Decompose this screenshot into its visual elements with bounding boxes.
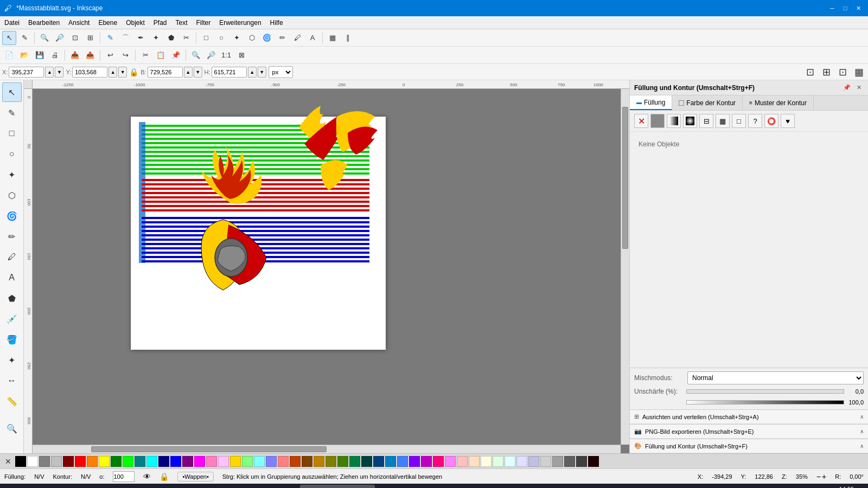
connector-tool[interactable]: ↔ — [2, 371, 22, 390]
canvas-area[interactable]: -1250 -1000 -750 -500 -250 0 250 500 750… — [24, 80, 629, 453]
opacity-bar2[interactable] — [686, 400, 844, 404]
canvas-content[interactable] — [33, 89, 629, 453]
color-swatch-008000[interactable] — [111, 456, 122, 467]
color-swatch-c08000[interactable] — [314, 456, 324, 467]
fuellung-kontur-header[interactable]: 🎨 Füllung und Kontur (Umschalt+Strg+F) ∧ — [630, 439, 868, 453]
taskbar-skype[interactable]: S Skype — [72, 485, 106, 488]
color-swatch-ff0000[interactable] — [75, 456, 86, 467]
y-up-button[interactable]: ▲ — [108, 67, 117, 78]
undo-button[interactable]: ↩ — [103, 48, 117, 62]
zoom-fit-button[interactable]: ⊡ — [68, 31, 82, 45]
fill-heart-button[interactable]: ♥ — [781, 114, 795, 128]
fill-none-button[interactable]: ✕ — [634, 114, 648, 128]
taskbar-chrome[interactable]: 🌐 — [108, 485, 126, 488]
color-swatch-ffffff[interactable] — [27, 456, 38, 467]
color-swatch-0000ff[interactable] — [170, 456, 181, 467]
color-swatch-ffe0c0[interactable] — [469, 456, 480, 467]
y-input[interactable] — [72, 67, 107, 78]
color-swatch-0080c0[interactable] — [385, 456, 396, 467]
open-button[interactable]: 📂 — [17, 48, 31, 62]
color-swatch-8080ff[interactable] — [266, 456, 277, 467]
png-header[interactable]: 📷 PNG-Bild exportieren (Umschalt+Strg+E)… — [630, 425, 868, 439]
rect-tool-button[interactable]: □ — [199, 31, 213, 45]
scrollbar-thumb-v[interactable] — [622, 107, 628, 249]
fill-unset-button[interactable]: ⭕ — [764, 114, 778, 128]
scrollbar-vertical[interactable] — [621, 89, 629, 445]
fill-radial-button[interactable] — [683, 114, 697, 128]
color-swatch-ff80c0[interactable] — [206, 456, 217, 467]
color-swatch-004040[interactable] — [361, 456, 372, 467]
color-swatch-000000[interactable] — [15, 456, 26, 467]
color-swatch-c0c0c0[interactable] — [51, 456, 62, 467]
tab-fuellung[interactable]: ▬ Füllung — [630, 95, 672, 110]
3d-box-tool[interactable]: ⬡ — [2, 185, 22, 205]
b-down-button[interactable]: ▼ — [194, 67, 202, 78]
color-swatch-808000[interactable] — [326, 456, 336, 467]
copy-button[interactable]: 📋 — [154, 48, 168, 62]
zoom-fit2-button[interactable]: ⊠ — [234, 48, 248, 62]
color-swatch-00ffff[interactable] — [146, 456, 157, 467]
color-swatch-408000[interactable] — [337, 456, 348, 467]
color-swatch-c04000[interactable] — [290, 456, 301, 467]
callig-tool2[interactable]: 🖊 — [2, 247, 22, 267]
paint-bucket-tool[interactable]: 🪣 — [2, 330, 22, 349]
taskbar-wapzinn[interactable]: ✏ WapZinn.svg - Inks... — [224, 485, 298, 488]
color-swatch-404040[interactable] — [576, 456, 587, 467]
zoom-out2-button[interactable]: 🔎 — [204, 48, 218, 62]
export-button[interactable]: 📤 — [83, 48, 97, 62]
zoom-100-button[interactable]: 1:1 — [219, 48, 233, 62]
color-swatch-ff0080[interactable] — [433, 456, 444, 467]
menu-ebene[interactable]: Ebene — [94, 18, 122, 28]
color-swatch-606060[interactable] — [564, 456, 575, 467]
color-swatch-a0a0a0[interactable] — [552, 456, 563, 467]
menu-text[interactable]: Text — [171, 18, 192, 28]
measure-tool[interactable]: 📏 — [2, 391, 22, 411]
fill-flat-button[interactable] — [650, 114, 665, 128]
node-edit-button[interactable]: ✎ — [103, 31, 117, 45]
taskbar-pin[interactable]: 📌 — [129, 485, 147, 488]
color-swatch-ff00ff[interactable] — [194, 456, 205, 467]
menu-datei[interactable]: Datei — [0, 18, 24, 28]
taskbar-halbseit[interactable]: ✏ HalbSeitStech2.svg ... — [377, 485, 454, 488]
pencil-tool-button[interactable]: ✏ — [275, 31, 289, 45]
color-swatch-00ff00[interactable] — [123, 456, 133, 467]
color-swatch-800000[interactable] — [63, 456, 74, 467]
color-swatch-000080[interactable] — [158, 456, 169, 467]
taskbar-helmdeck[interactable]: ✏ HelmDeck.svg - Ink... — [456, 485, 531, 488]
text-tool-button[interactable]: A — [305, 31, 320, 45]
node-tool[interactable]: ✎ — [2, 103, 22, 123]
print-button[interactable]: 🖨 — [48, 48, 62, 62]
palette-none-button[interactable]: ✕ — [2, 455, 14, 467]
taskbar-massstab[interactable]: ✏ *Massstabblatt.svg ... — [300, 485, 375, 488]
panel-pin-button[interactable]: 📌 — [842, 83, 852, 93]
star-tool[interactable]: ✦ — [2, 165, 22, 184]
spray-tool-button[interactable]: ✦ — [149, 31, 163, 45]
color-swatch-c000c0[interactable] — [421, 456, 432, 467]
panel-close-button[interactable]: ✕ — [854, 83, 864, 93]
transform-btn2[interactable]: ⊞ — [819, 65, 833, 79]
pen-tool-button[interactable]: ✒ — [133, 31, 148, 45]
taskbar-neues-dok[interactable]: ✏ *Neues Dokument ... — [149, 485, 222, 488]
gradient-tool[interactable]: ⬟ — [2, 288, 22, 308]
taskbar-bilddgrafik[interactable]: 📁 BildGrafik — [23, 485, 70, 488]
rect-tool[interactable]: □ — [2, 124, 22, 143]
b-input[interactable] — [148, 67, 183, 78]
color-swatch-008080[interactable] — [135, 456, 145, 467]
zoom-plus-button[interactable]: + — [822, 472, 826, 481]
tab-muster-kontur[interactable]: ≡ Muster der Kontur — [743, 95, 814, 110]
zoom-page-button[interactable]: ⊞ — [83, 31, 97, 45]
color-swatch-004080[interactable] — [373, 456, 384, 467]
menu-objekt[interactable]: Objekt — [122, 18, 149, 28]
pencil-tool[interactable]: ✏ — [2, 227, 22, 246]
h-input[interactable] — [212, 67, 247, 78]
grid-button[interactable]: ▦ — [326, 31, 340, 45]
menu-filter[interactable]: Filter — [192, 18, 215, 28]
menu-erweiterungen[interactable]: Erweiterungen — [215, 18, 265, 28]
color-swatch-ff8000[interactable] — [87, 456, 98, 467]
select-tool-button[interactable]: ↖ — [2, 31, 16, 45]
cut-button[interactable]: ✂ — [138, 48, 152, 62]
b-up-button[interactable]: ▲ — [184, 67, 193, 78]
transform-btn3[interactable]: ⊡ — [835, 65, 850, 79]
callig-tool-button[interactable]: 🖊 — [290, 31, 304, 45]
new-button[interactable]: 📄 — [2, 48, 16, 62]
